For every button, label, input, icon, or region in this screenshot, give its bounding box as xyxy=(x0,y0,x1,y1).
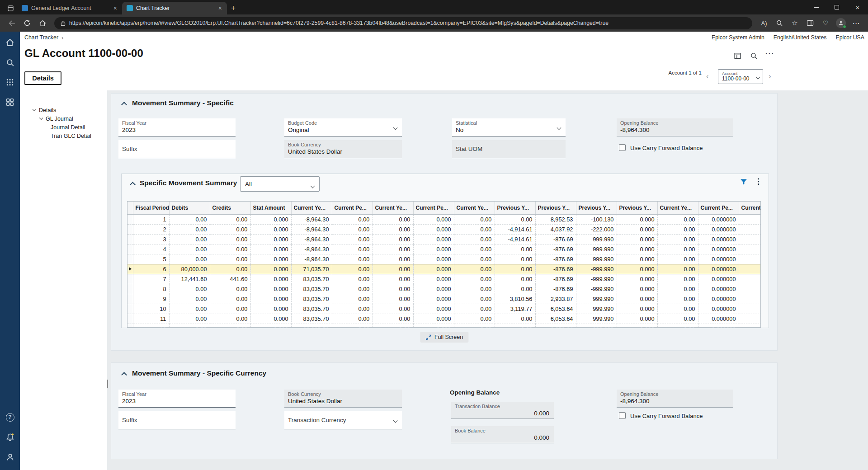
grid-cell[interactable]: 83,035.70 xyxy=(291,324,332,328)
tab-details[interactable]: Details xyxy=(24,71,61,85)
grid-cell[interactable] xyxy=(739,234,761,244)
window-maximize-button[interactable] xyxy=(826,0,847,14)
grid-cell[interactable]: -876.69 xyxy=(535,254,576,264)
grid-cell[interactable]: 0.00 xyxy=(495,324,535,328)
grid-cell[interactable]: 6,053.64 xyxy=(535,304,576,314)
grid-cell[interactable] xyxy=(739,314,761,324)
grid-cell[interactable]: 0.00 xyxy=(454,234,495,244)
grid-cell[interactable] xyxy=(739,254,761,264)
account-button[interactable] xyxy=(3,450,17,464)
overflow-tools-button[interactable] xyxy=(732,51,742,61)
grid-row-3[interactable]: 30.000.000.000-8,964.300.000.000.0000.00… xyxy=(127,234,761,244)
grid-cell[interactable]: 0.00 xyxy=(373,254,413,264)
grid-cell[interactable]: -876.69 xyxy=(535,244,576,254)
grid-cell[interactable]: 999.990 xyxy=(576,294,617,304)
summary-filter-select[interactable]: All xyxy=(240,176,320,192)
grid-cell[interactable]: 0.00 xyxy=(373,264,413,274)
grid-cell[interactable]: 0.000 xyxy=(413,254,454,264)
tab-actions-icon[interactable] xyxy=(4,2,17,14)
grid-cell[interactable]: 0.000 xyxy=(617,234,657,244)
grid-cell[interactable]: 5 xyxy=(133,254,169,264)
grid-cell[interactable]: 0.00 xyxy=(169,224,210,234)
grid-cell[interactable] xyxy=(739,294,761,304)
grid-cell[interactable]: 0.00 xyxy=(373,234,413,244)
grid-cell[interactable]: -999.990 xyxy=(576,274,617,284)
browser-essentials-button[interactable]: ♡ xyxy=(818,16,833,30)
zoom-button[interactable] xyxy=(772,16,787,30)
grid-cell[interactable]: 0.000 xyxy=(617,274,657,284)
grid-cell[interactable]: 0.000000 xyxy=(698,284,739,294)
apps-nav-button[interactable] xyxy=(3,75,17,89)
suffix-field[interactable]: Suffix xyxy=(118,411,236,429)
grid-cell[interactable]: 0.000000 xyxy=(698,254,739,264)
grid-cell[interactable]: 999.990 xyxy=(576,254,617,264)
grid-column-header[interactable]: Current Pe... xyxy=(332,202,373,214)
window-minimize-button[interactable] xyxy=(806,0,826,14)
grid-cell[interactable]: 0.00 xyxy=(373,324,413,328)
grid-cell[interactable]: 0.000 xyxy=(413,244,454,254)
grid-row-4[interactable]: 40.000.000.000-8,964.300.000.000.0000.00… xyxy=(127,244,761,254)
grid-cell[interactable]: 0.000 xyxy=(413,214,454,224)
grid-cell[interactable]: 0.00 xyxy=(210,294,250,304)
grid-cell[interactable]: 6 xyxy=(133,264,169,274)
budget-code-select[interactable]: Budget Code Original xyxy=(284,118,402,136)
grid-cell[interactable]: 0.000000 xyxy=(698,294,739,304)
grid-cell[interactable]: 0.00 xyxy=(332,264,373,274)
grid-cell[interactable]: 0.00 xyxy=(332,294,373,304)
grid-cell[interactable]: 0.00 xyxy=(169,244,210,254)
notifications-button[interactable] xyxy=(3,430,17,444)
grid-cell[interactable]: -876.69 xyxy=(535,274,576,284)
grid-cell[interactable]: 0.000 xyxy=(617,264,657,274)
grid-cell[interactable]: 0.00 xyxy=(332,274,373,284)
grid-row-6[interactable]: 680,000.000.000.00071,035.700.000.000.00… xyxy=(127,264,761,274)
grid-cell[interactable]: 0.000000 xyxy=(698,214,739,224)
previous-record-button[interactable]: ‹ xyxy=(706,72,709,81)
grid-cell[interactable]: 9 xyxy=(133,294,169,304)
grid-cell[interactable]: 0.00 xyxy=(454,264,495,274)
grid-row-10[interactable]: 100.000.000.00083,035.700.000.000.0000.0… xyxy=(127,304,761,314)
grid-row-9[interactable]: 90.000.000.00083,035.700.000.000.0000.00… xyxy=(127,294,761,304)
grid-cell[interactable]: 0.00 xyxy=(210,244,250,254)
tree-item-gl-journal[interactable]: GL Journal xyxy=(20,114,107,123)
grid-cell[interactable]: 8,952.53 xyxy=(535,214,576,224)
grid-cell[interactable]: 0.00 xyxy=(332,224,373,234)
grid-cell[interactable]: 0.000000 xyxy=(698,314,739,324)
grid-cell[interactable]: 4 xyxy=(133,244,169,254)
grid-cell[interactable]: 0.000 xyxy=(617,284,657,294)
grid-cell[interactable] xyxy=(739,324,761,328)
grid-cell[interactable]: 0.00 xyxy=(373,294,413,304)
fiscal-year-field[interactable]: Fiscal Year 2023 xyxy=(118,390,236,408)
grid-cell[interactable]: 4,037.92 xyxy=(535,224,576,234)
tree-item-details[interactable]: Details xyxy=(20,106,107,114)
grid-cell[interactable]: 0.000 xyxy=(617,214,657,224)
grid-cell[interactable]: 0.00 xyxy=(454,304,495,314)
grid-cell[interactable]: -999.990 xyxy=(576,284,617,294)
grid-cell[interactable]: -4,914.61 xyxy=(495,224,535,234)
grid-cell[interactable]: 999.990 xyxy=(576,304,617,314)
grid-cell[interactable] xyxy=(739,284,761,294)
grid-column-header[interactable]: Credits xyxy=(210,202,250,214)
grid-cell[interactable]: 0.00 xyxy=(373,244,413,254)
grid-cell[interactable]: 0.00 xyxy=(657,304,698,314)
new-tab-button[interactable]: + xyxy=(227,2,240,14)
grid-cell[interactable]: 12 xyxy=(133,324,169,328)
grid-cell[interactable]: 0.00 xyxy=(169,234,210,244)
grid-cell[interactable]: 0.00 xyxy=(454,314,495,324)
grid-cell[interactable]: 0.00 xyxy=(454,324,495,328)
tree-item-tran-glc-detail[interactable]: Tran GLC Detail xyxy=(20,132,107,140)
grid-cell[interactable]: 0.00 xyxy=(657,284,698,294)
grid-column-header[interactable]: Previous Y... xyxy=(495,202,535,214)
grid-cell[interactable]: 0.000 xyxy=(250,274,291,284)
grid-cell[interactable]: 999.990 xyxy=(576,234,617,244)
grid-cell[interactable]: 0.00 xyxy=(332,304,373,314)
grid-cell[interactable]: 0.00 xyxy=(373,304,413,314)
grid-cell[interactable]: 0.000 xyxy=(250,234,291,244)
grid-cell[interactable]: 0.00 xyxy=(454,254,495,264)
grid-column-header[interactable]: Current Ye... xyxy=(454,202,495,214)
grid-column-header[interactable]: Current Ye... xyxy=(373,202,413,214)
grid-cell[interactable]: -100.130 xyxy=(576,214,617,224)
grid-cell[interactable] xyxy=(739,274,761,284)
suffix-field[interactable]: Suffix xyxy=(118,140,236,158)
grid-column-header[interactable]: Fiscal Period xyxy=(133,202,169,214)
tree-item-journal-detail[interactable]: Journal Detail xyxy=(20,123,107,132)
